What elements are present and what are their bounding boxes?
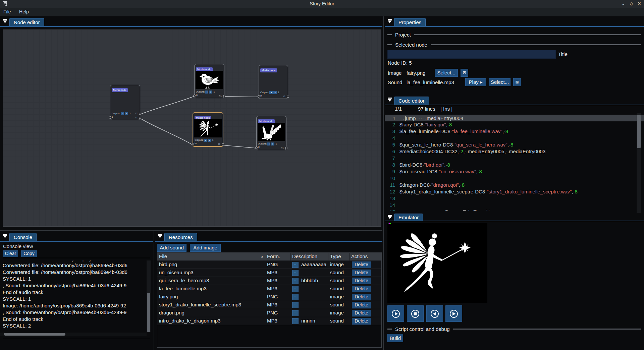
- edit-description-button[interactable]: ..: [292, 262, 299, 268]
- input-pin[interactable]: [258, 95, 260, 98]
- delete-button[interactable]: Delete: [352, 286, 371, 292]
- header-actions[interactable]: Actions: [350, 253, 377, 260]
- input-pin[interactable]: [109, 116, 111, 119]
- collapse-panel-icon[interactable]: [157, 234, 163, 239]
- media-node[interactable]: Media nodeOutputs:◂▸ 1In#1: [194, 64, 224, 98]
- edit-description-button[interactable]: ..: [292, 318, 299, 324]
- code-line[interactable]: 3$la_fee_luminelle·DC8·"la_fee_luminelle…: [385, 128, 644, 135]
- delete-button[interactable]: Delete: [352, 302, 371, 308]
- decrease-outputs-button[interactable]: ◂: [267, 142, 270, 145]
- output-pin[interactable]: [223, 95, 225, 97]
- increase-outputs-button[interactable]: ▸: [271, 142, 274, 145]
- image-select-button[interactable]: Select...: [435, 69, 458, 77]
- table-row[interactable]: la_fee_luminelle.mp3MP3..soundDelete: [157, 285, 381, 293]
- copy-button[interactable]: Copy: [21, 250, 37, 257]
- step-forward-button[interactable]: [445, 305, 462, 322]
- code-line[interactable]: 14: [385, 202, 644, 209]
- tab-resources[interactable]: Resources: [164, 233, 197, 242]
- console-vscrollbar[interactable]: [147, 260, 151, 332]
- increase-outputs-button[interactable]: ▸: [209, 91, 212, 94]
- clear-button[interactable]: Clear: [3, 250, 18, 257]
- play-button[interactable]: [387, 305, 404, 322]
- input-pin[interactable]: [193, 95, 196, 97]
- sound-select-button[interactable]: Select...: [489, 78, 511, 86]
- code-line[interactable]: 1→jump ···· .mediaEntry0004: [385, 115, 644, 121]
- output-pin[interactable]: [139, 113, 141, 115]
- close-button[interactable]: ✕: [636, 0, 643, 7]
- decrease-outputs-button[interactable]: ◂: [269, 91, 273, 94]
- minimize-button[interactable]: ⌄: [620, 0, 627, 7]
- decrease-outputs-button[interactable]: ◂: [204, 139, 207, 142]
- collapse-panel-icon[interactable]: [2, 19, 8, 24]
- table-row[interactable]: story1_drako_luminelle_sceptre.mp3MP3..s…: [157, 301, 381, 309]
- increase-outputs-button[interactable]: ▸: [273, 91, 277, 94]
- header-type[interactable]: Type: [328, 253, 350, 260]
- edit-description-button[interactable]: ..: [292, 294, 299, 300]
- media-node[interactable]: Media nodeOutputs:◂▸ 1In#1: [193, 112, 223, 147]
- output-pin[interactable]: [287, 96, 289, 98]
- header-file[interactable]: File▲: [157, 253, 265, 260]
- sound-clear-button[interactable]: ⊠: [513, 78, 521, 86]
- table-row[interactable]: fairy.pngPNG..imageDelete: [157, 293, 381, 301]
- increase-outputs-button[interactable]: ▸: [208, 139, 211, 142]
- code-scrollbar[interactable]: [637, 113, 641, 213]
- edit-description-button[interactable]: ..: [292, 286, 299, 292]
- add-sound-button[interactable]: Add sound: [157, 244, 186, 252]
- image-clear-button[interactable]: ⊠: [461, 69, 468, 77]
- title-input[interactable]: [387, 50, 556, 59]
- output-pin[interactable]: [139, 117, 141, 119]
- header-description[interactable]: Description: [290, 253, 328, 260]
- table-row[interactable]: bird.pngPNG..aaaaaaaaaimageDelete: [157, 261, 381, 269]
- tab-code-editor[interactable]: Code editor: [394, 97, 429, 105]
- console-hscrollbar[interactable]: [0, 333, 147, 336]
- code-line[interactable]: 13: [385, 195, 644, 202]
- table-row[interactable]: dragon.pngPNG..imageDelete: [157, 309, 381, 317]
- tab-emulator[interactable]: Emulator: [394, 214, 423, 221]
- code-line[interactable]: 4: [385, 135, 644, 141]
- output-pin[interactable]: [285, 147, 287, 149]
- code-line[interactable]: 2$fairy·DC8·"fairy.qoi",·8: [385, 121, 644, 128]
- code-line[interactable]: 12$story1_drako_luminelle_sceptre·DC8·"s…: [385, 188, 644, 195]
- collapse-panel-icon[interactable]: [2, 234, 8, 239]
- delete-button[interactable]: Delete: [352, 310, 371, 316]
- code-line[interactable]: 15Dragon Tale Transition: [385, 209, 644, 211]
- collapse-panel-icon[interactable]: [387, 215, 392, 220]
- console-log[interactable]: Convertered file: /home/anthony/ostproj/…: [3, 260, 146, 332]
- delete-button[interactable]: Delete: [352, 261, 371, 268]
- delete-button[interactable]: Delete: [352, 270, 371, 276]
- collapse-panel-icon[interactable]: [387, 19, 392, 24]
- output-pin[interactable]: [222, 143, 224, 145]
- menu-help[interactable]: Help: [16, 8, 32, 16]
- menu-node[interactable]: Menu nodeOutputs:◂▸ 21#1#2: [110, 85, 140, 120]
- code-line[interactable]: 10: [385, 175, 644, 182]
- delete-button[interactable]: Delete: [352, 318, 371, 325]
- media-node[interactable]: Media nodeOutputs:◂▸ 1In#1: [259, 65, 288, 99]
- sound-play-button[interactable]: Play ▸: [465, 78, 486, 86]
- tab-node-editor[interactable]: Node editor: [9, 18, 44, 27]
- table-row[interactable]: intro_drako_le_dragon.mp3MP3..nnnnnsound…: [157, 317, 381, 325]
- delete-button[interactable]: Delete: [352, 278, 371, 284]
- input-pin[interactable]: [255, 147, 258, 149]
- table-row[interactable]: qui_sera_le_hero.mp3MP3..bbbbbbsoundDele…: [157, 277, 381, 285]
- delete-button[interactable]: Delete: [352, 294, 371, 300]
- edit-description-button[interactable]: ..: [292, 302, 299, 308]
- decrease-outputs-button[interactable]: ◂: [205, 91, 208, 94]
- menu-file[interactable]: File: [0, 8, 14, 16]
- code-scrollbar-thumb[interactable]: [637, 115, 641, 148]
- header-form[interactable]: Form.: [265, 253, 290, 260]
- code-line[interactable]: 5$qui_sera_le_hero·DC8·"qui_sera_le_hero…: [385, 141, 644, 148]
- collapse-panel-icon[interactable]: [387, 97, 392, 103]
- table-row[interactable]: un_oiseau.mp3MP3..soundDelete: [157, 269, 381, 277]
- node-graph-canvas[interactable]: Menu nodeOutputs:◂▸ 21#1#2Media nodeOutp…: [3, 30, 381, 227]
- code-line[interactable]: 7: [385, 155, 644, 162]
- input-pin[interactable]: [192, 143, 194, 145]
- media-node[interactable]: Media nodeOutputs:◂▸ 1In#1: [256, 116, 286, 150]
- console-vscrollbar-thumb[interactable]: [147, 293, 150, 332]
- increase-outputs-button[interactable]: ▸: [125, 112, 128, 115]
- edit-description-button[interactable]: ..: [292, 278, 299, 284]
- stop-button[interactable]: [407, 305, 424, 322]
- tab-properties[interactable]: Properties: [394, 18, 426, 27]
- edit-description-button[interactable]: ..: [292, 310, 299, 316]
- code-line[interactable]: 11$dragon·DC8·"dragon.qoi",·8: [385, 182, 644, 188]
- maximize-button[interactable]: ◇: [628, 0, 635, 7]
